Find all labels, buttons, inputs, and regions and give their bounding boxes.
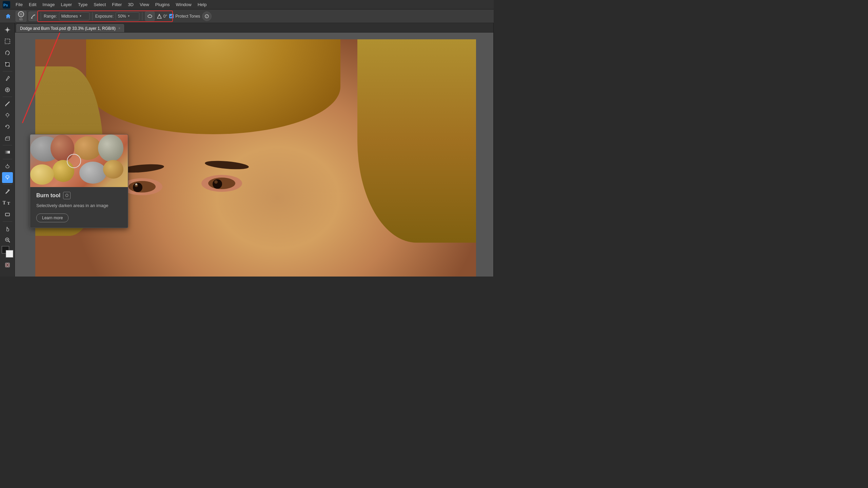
range-label: Range: bbox=[44, 14, 57, 19]
menu-type[interactable]: Type bbox=[75, 1, 90, 8]
tooltip-body: Burn tool O Selectively darken areas in … bbox=[30, 187, 128, 228]
vibrance-button[interactable] bbox=[202, 12, 212, 21]
menu-image[interactable]: Image bbox=[40, 1, 57, 8]
separator-3 bbox=[142, 12, 142, 20]
tab-bar: Dodge and Burn Tool.psd @ 33.3% (Layer 1… bbox=[15, 23, 493, 33]
quick-mask-button[interactable] bbox=[2, 260, 13, 270]
document-tab[interactable]: Dodge and Burn Tool.psd @ 33.3% (Layer 1… bbox=[16, 24, 124, 32]
tool-type[interactable]: T T bbox=[2, 198, 13, 208]
menu-help[interactable]: Help bbox=[195, 1, 210, 8]
tab-close-button[interactable]: × bbox=[118, 26, 120, 30]
menu-window[interactable]: Window bbox=[173, 1, 194, 8]
menu-file[interactable]: File bbox=[13, 1, 25, 8]
tooltip-learn-more-button[interactable]: Learn more bbox=[36, 214, 68, 222]
tool-pen[interactable] bbox=[2, 186, 13, 197]
color-swatches[interactable] bbox=[2, 246, 13, 258]
menu-bar: Ps File Edit Image Layer Type Select Fil… bbox=[0, 0, 494, 9]
tool-move[interactable] bbox=[2, 24, 13, 35]
tool-sep-3 bbox=[3, 145, 12, 145]
main-area: T T Dodge and Burn Tool.psd @ 33.3% (Lay… bbox=[0, 23, 494, 277]
tool-burn[interactable] bbox=[2, 172, 13, 183]
menu-layer[interactable]: Layer bbox=[58, 1, 75, 8]
tooltip-description: Selectively darken areas in an image bbox=[36, 203, 122, 209]
ps-logo-icon: Ps bbox=[3, 1, 10, 8]
airbrush-button[interactable] bbox=[145, 12, 155, 21]
tool-sep-5 bbox=[3, 184, 12, 185]
tool-shape[interactable] bbox=[2, 209, 13, 220]
tool-history-brush[interactable] bbox=[2, 121, 13, 132]
exposure-value: 50% bbox=[118, 14, 126, 19]
svg-point-5 bbox=[148, 15, 152, 18]
tool-marquee[interactable] bbox=[2, 36, 13, 47]
canvas-area[interactable]: Burn tool O Selectively darken areas in … bbox=[15, 33, 493, 277]
stone-8 bbox=[30, 164, 54, 185]
menu-view[interactable]: View bbox=[137, 1, 152, 8]
right-panel bbox=[493, 23, 494, 277]
canvas-hair-top bbox=[86, 39, 340, 134]
tool-sep-4 bbox=[3, 159, 12, 159]
tool-brush[interactable] bbox=[2, 98, 13, 109]
left-toolbar: T T bbox=[0, 23, 15, 277]
svg-text:T: T bbox=[7, 201, 10, 206]
menu-plugins[interactable]: Plugins bbox=[153, 1, 173, 8]
tool-clone[interactable] bbox=[2, 110, 13, 121]
tab-title: Dodge and Burn Tool.psd @ 33.3% (Layer 1… bbox=[20, 26, 116, 31]
menu-filter[interactable]: Filter bbox=[109, 1, 124, 8]
canvas-hair-right bbox=[357, 39, 476, 243]
tool-eyedropper[interactable] bbox=[2, 73, 13, 84]
exposure-arrow-icon: ▼ bbox=[127, 15, 130, 18]
svg-point-10 bbox=[7, 29, 8, 30]
burn-tool-tooltip: Burn tool O Selectively darken areas in … bbox=[30, 134, 128, 228]
svg-line-30 bbox=[8, 241, 10, 242]
background-color[interactable] bbox=[6, 250, 13, 258]
tool-gradient[interactable] bbox=[2, 147, 13, 158]
options-bar: 65 Range: Midtones ▼ Exposure: 50% ▼ 0° … bbox=[0, 9, 494, 23]
protect-tones-label: Protect Tones bbox=[175, 14, 200, 19]
svg-text:Ps: Ps bbox=[3, 3, 8, 7]
svg-rect-11 bbox=[5, 39, 10, 44]
tool-sep-6 bbox=[3, 221, 12, 222]
tooltip-shortcut-key: O bbox=[63, 192, 71, 199]
tool-healing[interactable] bbox=[2, 84, 13, 95]
tool-sep-2 bbox=[3, 97, 12, 97]
stone-4 bbox=[98, 135, 123, 162]
brush-icon bbox=[18, 11, 24, 17]
svg-point-15 bbox=[6, 114, 9, 116]
menu-3d[interactable]: 3D bbox=[125, 1, 136, 8]
stone-7 bbox=[103, 160, 123, 179]
tool-lasso[interactable] bbox=[2, 47, 13, 58]
protect-tones-toggle[interactable]: Protect Tones bbox=[169, 14, 200, 19]
exposure-dropdown[interactable]: 50% ▼ bbox=[116, 12, 139, 20]
separator-2 bbox=[92, 12, 93, 20]
angle-control[interactable]: 0° bbox=[157, 14, 167, 19]
separator-1 bbox=[41, 12, 41, 20]
brush-size-label: 65 bbox=[19, 18, 23, 21]
svg-point-22 bbox=[6, 165, 9, 168]
svg-rect-28 bbox=[5, 213, 9, 216]
svg-rect-21 bbox=[5, 151, 10, 154]
range-dropdown[interactable]: Midtones ▼ bbox=[59, 12, 90, 20]
home-button[interactable] bbox=[3, 11, 14, 22]
protect-tones-checkbox[interactable] bbox=[169, 14, 174, 18]
tool-hand[interactable] bbox=[2, 223, 13, 234]
tool-zoom[interactable] bbox=[2, 235, 13, 245]
workspace: Dodge and Burn Tool.psd @ 33.3% (Layer 1… bbox=[15, 23, 493, 277]
tooltip-preview-image bbox=[30, 135, 128, 187]
exposure-label: Exposure: bbox=[95, 14, 114, 19]
svg-line-2 bbox=[31, 15, 34, 18]
tooltip-title-area: Burn tool O bbox=[36, 192, 122, 199]
angle-value: 0° bbox=[163, 14, 167, 19]
menu-select[interactable]: Select bbox=[91, 1, 108, 8]
stone-6 bbox=[79, 162, 106, 184]
tooltip-tool-name: Burn tool bbox=[36, 192, 60, 199]
svg-rect-20 bbox=[5, 138, 9, 140]
brush-type-button[interactable] bbox=[28, 12, 38, 21]
tool-crop[interactable] bbox=[2, 59, 13, 70]
brush-preset-picker[interactable]: 65 bbox=[16, 11, 26, 22]
menu-edit[interactable]: Edit bbox=[26, 1, 39, 8]
tool-dodge[interactable] bbox=[2, 161, 13, 171]
range-arrow-icon: ▼ bbox=[79, 15, 82, 18]
canvas-eye-right bbox=[201, 175, 242, 192]
svg-marker-3 bbox=[34, 14, 35, 16]
tool-eraser[interactable] bbox=[2, 133, 13, 144]
